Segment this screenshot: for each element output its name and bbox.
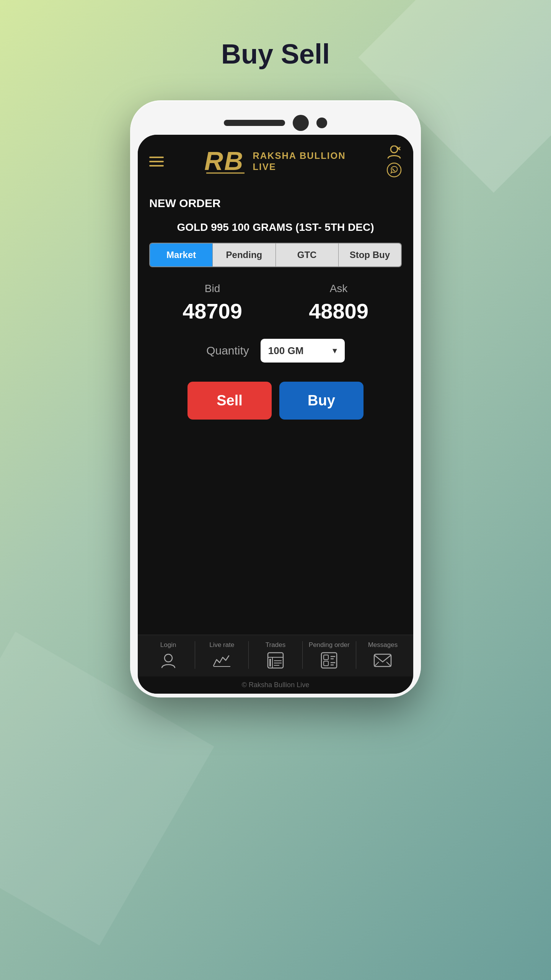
svg-text:R: R <box>204 146 223 175</box>
svg-rect-15 <box>274 665 279 666</box>
sell-button[interactable]: Sell <box>187 382 272 420</box>
tab-pending[interactable]: Pending <box>213 243 276 266</box>
phone-screen: R B RAKSHA BULLION LIVE <box>138 135 413 694</box>
quantity-label: Quantity <box>206 344 249 357</box>
tab-stop-buy[interactable]: Stop Buy <box>339 243 401 266</box>
bid-ask-row: Bid 48709 Ask 48809 <box>149 283 402 323</box>
logo-icon: R B <box>204 146 246 177</box>
nav-trades[interactable]: Trades <box>249 641 302 669</box>
product-title: GOLD 995 100 GRAMS (1ST- 5TH DEC) <box>149 221 402 234</box>
svg-rect-18 <box>324 661 328 666</box>
hamburger-menu[interactable] <box>149 157 164 167</box>
svg-rect-13 <box>274 660 282 661</box>
nav-trades-label: Trades <box>266 641 285 649</box>
svg-rect-17 <box>324 655 328 660</box>
bid-value: 48709 <box>183 299 242 323</box>
nav-pending-order[interactable]: Pending order <box>303 641 356 669</box>
order-card: GOLD 995 100 GRAMS (1ST- 5TH DEC) Market… <box>149 221 402 420</box>
nav-messages-label: Messages <box>368 641 398 649</box>
svg-point-6 <box>387 163 401 177</box>
copyright: © Raksha Bullion Live <box>138 676 413 694</box>
logo-text: RAKSHA BULLION LIVE <box>253 150 346 173</box>
hamburger-line-3 <box>149 165 164 167</box>
notch-bar <box>224 120 285 126</box>
quantity-select-wrapper[interactable]: 100 GM 200 GM 500 GM 1 KG <box>261 339 345 363</box>
live-rate-icon <box>213 652 231 669</box>
tab-gtc[interactable]: GTC <box>276 243 339 266</box>
trades-icon <box>267 652 284 669</box>
svg-rect-12 <box>269 659 271 666</box>
quantity-row: Quantity 100 GM 200 GM 500 GM 1 KG <box>149 339 402 363</box>
logo-text-line2: LIVE <box>253 162 346 173</box>
app-content: NEW ORDER GOLD 995 100 GRAMS (1ST- 5TH D… <box>138 185 413 420</box>
svg-rect-23 <box>374 654 391 666</box>
nav-live-rate[interactable]: Live rate <box>195 641 249 669</box>
svg-line-25 <box>386 662 391 666</box>
ask-value: 48809 <box>309 299 368 323</box>
nav-messages[interactable]: Messages <box>356 641 409 669</box>
hamburger-line-2 <box>149 161 164 162</box>
bid-col: Bid 48709 <box>183 283 242 323</box>
buy-button[interactable]: Buy <box>279 382 364 420</box>
notch-sensor <box>316 118 327 128</box>
ask-label: Ask <box>309 283 368 295</box>
content-spacer <box>138 420 413 635</box>
app-header: R B RAKSHA BULLION LIVE <box>138 135 413 185</box>
bottom-nav: Login Live rate Trades <box>138 635 413 676</box>
order-tab-bar: Market Pending GTC Stop Buy <box>149 243 402 267</box>
nav-login-label: Login <box>160 641 176 649</box>
logo-area: R B RAKSHA BULLION LIVE <box>204 146 346 177</box>
action-buttons: Sell Buy <box>149 382 402 420</box>
svg-line-24 <box>374 662 379 666</box>
tab-market[interactable]: Market <box>150 243 213 266</box>
user-icon[interactable] <box>386 145 402 159</box>
whatsapp-icon[interactable] <box>386 162 402 178</box>
header-icons <box>386 145 402 178</box>
quantity-select[interactable]: 100 GM 200 GM 500 GM 1 KG <box>261 339 345 363</box>
svg-point-7 <box>165 654 172 662</box>
svg-text:B: B <box>224 146 243 175</box>
messages-icon <box>373 652 392 669</box>
svg-point-3 <box>391 146 398 153</box>
notch-camera <box>293 115 309 131</box>
hamburger-line-1 <box>149 157 164 158</box>
nav-live-rate-label: Live rate <box>209 641 234 649</box>
phone-frame: R B RAKSHA BULLION LIVE <box>130 100 421 697</box>
section-title: NEW ORDER <box>149 197 402 210</box>
svg-rect-14 <box>274 663 282 663</box>
phone-notch <box>138 108 413 135</box>
ask-col: Ask 48809 <box>309 283 368 323</box>
bid-label: Bid <box>183 283 242 295</box>
pending-order-icon <box>321 652 337 669</box>
nav-pending-order-label: Pending order <box>309 641 350 649</box>
page-title: Buy Sell <box>221 38 330 70</box>
logo-text-line1: RAKSHA BULLION <box>253 150 346 162</box>
nav-login[interactable]: Login <box>142 641 195 669</box>
login-icon <box>160 652 177 669</box>
